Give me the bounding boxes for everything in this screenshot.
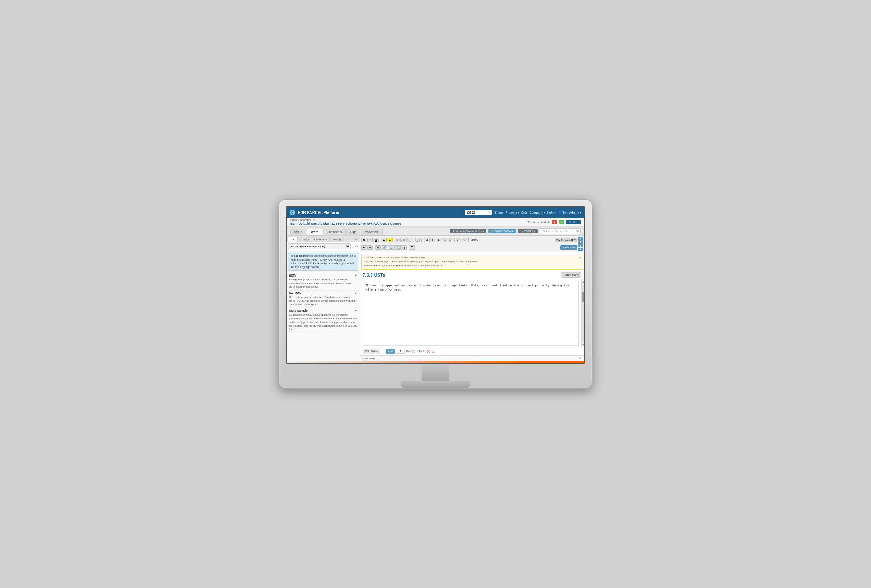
finalize-button[interactable]: Finalize bbox=[566, 220, 581, 224]
lib-item-header-no-usts[interactable]: No USTs ▼ bbox=[289, 292, 358, 295]
monitor-screen: C EDR PARCEL Platform ✕ Home Projects Bi… bbox=[286, 206, 585, 364]
outdent-button[interactable]: ⇤ bbox=[448, 238, 453, 242]
save-all-button[interactable]: Save All bbox=[560, 245, 577, 250]
list-item: USTs ▼ Evidence of [##] USTs was observe… bbox=[287, 273, 359, 290]
lib-item-header-usts-sample[interactable]: USTs Sample ▼ bbox=[289, 309, 358, 313]
highlight-button[interactable]: A bbox=[387, 238, 393, 242]
add-row-button[interactable]: Add bbox=[386, 349, 395, 353]
source-button[interactable]: { } bbox=[401, 245, 407, 250]
toolbar-row-2: ↩ ↪ ⊞ 🔗 ⚓ 🔍 { } ☰ Save All bbox=[361, 244, 583, 251]
scroll-up-button[interactable]: ▲ bbox=[578, 244, 583, 248]
scrollbar-down-icon[interactable]: ▼ bbox=[581, 343, 584, 347]
font-color-button[interactable]: A bbox=[381, 238, 387, 242]
anchor-button[interactable]: ⚓ bbox=[388, 245, 394, 250]
spellcheck-button[interactable]: Spellcheck All bbox=[555, 238, 577, 242]
scroll-down-button[interactable]: ▼ bbox=[578, 248, 583, 251]
tab-assemble[interactable]: Assemble bbox=[361, 229, 383, 235]
nav-bids[interactable]: Bids bbox=[521, 211, 527, 214]
add-row-section: Add Row(s) to Table ✕ ⊞ bbox=[386, 349, 435, 354]
instruction-text: To add language to your report, click on… bbox=[290, 254, 354, 269]
redo-button[interactable]: ↪ bbox=[462, 238, 467, 242]
toolbar-separator-6 bbox=[374, 245, 374, 250]
left-tab-history[interactable]: History bbox=[330, 237, 344, 242]
tab-write[interactable]: Write bbox=[307, 229, 322, 235]
summary-label: Summary bbox=[363, 357, 374, 360]
hint-box-close-icon[interactable]: – bbox=[579, 254, 581, 260]
cut-button[interactable]: ✂ bbox=[395, 238, 401, 242]
draft-red-button[interactable]: ● bbox=[552, 220, 557, 224]
toolbar-right-group: Spellcheck All ▲ ▼ bbox=[555, 236, 583, 244]
insert-field-button[interactable]: ☰ bbox=[409, 245, 415, 250]
redo2-button[interactable]: ↪ bbox=[367, 245, 373, 250]
summary-bar[interactable]: Summary ▼ bbox=[360, 355, 584, 361]
draft-green-button[interactable]: ● bbox=[559, 220, 564, 224]
tab-comments[interactable]: Comments bbox=[323, 229, 346, 235]
nav-home[interactable]: Home bbox=[495, 211, 503, 214]
edit-table-button[interactable]: Edit Table bbox=[363, 349, 380, 354]
lib-item-text-no-usts: No readily apparent evidence of undergro… bbox=[289, 296, 358, 307]
left-tab-toc[interactable]: ToC bbox=[288, 237, 298, 242]
toolbar-row-1: B I U A A ✂ ⎘ 📋 📋+ 🖼 bbox=[361, 236, 583, 244]
separator-pipe: | bbox=[383, 349, 383, 353]
row-label: Row(s) to Table bbox=[406, 350, 425, 353]
instruction-close-icon[interactable]: ✕ bbox=[354, 254, 356, 259]
toolbar-separator-7 bbox=[408, 245, 408, 250]
view-classic-label: View in Classic Mode bbox=[456, 230, 482, 233]
left-tab-library[interactable]: Library bbox=[298, 237, 311, 242]
row-count-input[interactable] bbox=[396, 349, 405, 353]
lib-item-header-usts[interactable]: USTs ▼ bbox=[289, 274, 358, 277]
tab-setup[interactable]: Setup bbox=[290, 229, 306, 235]
left-tab-comments[interactable]: Comments bbox=[312, 237, 330, 242]
scrollbar-thumb[interactable] bbox=[582, 292, 584, 302]
italic-button[interactable]: I bbox=[367, 238, 373, 242]
paste-special-button[interactable]: 📋+ bbox=[413, 238, 422, 242]
indent-button[interactable]: ⇥ bbox=[442, 238, 447, 242]
tools-button[interactable]: 🔧 TOOLS bbox=[518, 229, 537, 233]
copy-button[interactable]: ⎘ bbox=[401, 238, 407, 242]
accent-bar bbox=[287, 361, 584, 363]
library-select[interactable]: AAI/05 Beta Phase I Library bbox=[288, 244, 351, 250]
link-button[interactable]: 🔗 bbox=[381, 245, 388, 250]
breadcrumb-portfolio: DEMO PORTFOLIO bbox=[290, 219, 401, 222]
logo-icon: C bbox=[289, 210, 295, 215]
tab-sign[interactable]: Sign bbox=[346, 229, 360, 235]
bold-button[interactable]: B bbox=[361, 238, 367, 242]
summary-expand-icon[interactable]: ▼ bbox=[578, 357, 582, 360]
lib-item-title-usts: USTs bbox=[289, 274, 296, 277]
paste-button[interactable]: 📋 bbox=[407, 238, 413, 242]
library-items: USTs ▼ Evidence of [##] USTs was observe… bbox=[287, 272, 359, 361]
find-replace-button[interactable]: 🔍 bbox=[394, 245, 401, 250]
scrollbar-up-icon[interactable]: ▲ bbox=[581, 279, 584, 284]
app-title: EDR PARCEL Platform bbox=[298, 210, 339, 215]
lib-item-arrow-usts: ▼ bbox=[354, 274, 358, 277]
table-button[interactable]: ⊞ bbox=[375, 245, 381, 250]
nav-company[interactable]: Company bbox=[530, 211, 545, 214]
nav-search-box[interactable]: ✕ bbox=[465, 210, 492, 215]
undo2-button[interactable]: ↩ bbox=[361, 245, 367, 250]
undo-button[interactable]: ↩ bbox=[456, 238, 461, 242]
bullet-list-button[interactable]: ≡ bbox=[430, 238, 436, 242]
insert-image-button[interactable]: 🖼 bbox=[424, 238, 430, 242]
hint-line-3: Please refer to Default Language for nar… bbox=[364, 264, 580, 268]
nav-help[interactable]: Help bbox=[547, 211, 556, 214]
view-classic-button[interactable]: 👁 View in Classic Mode bbox=[450, 229, 486, 233]
nav-user[interactable]: 👤 Tom Adams ▾ bbox=[558, 211, 582, 214]
conclusions-button[interactable]: Conclusions bbox=[561, 272, 582, 278]
app-navbar: C EDR PARCEL Platform ✕ Home Projects Bi… bbox=[287, 207, 584, 218]
remove-row-icon[interactable]: ✕ bbox=[427, 349, 430, 354]
table-icon[interactable]: ⊞ bbox=[432, 349, 435, 353]
move-down-button[interactable]: ▼ bbox=[578, 240, 583, 244]
editor-textarea[interactable]: No readily apparent evidence of undergro… bbox=[363, 281, 579, 346]
quick-view-button[interactable]: ⚡ QUICK VIEW bbox=[488, 229, 516, 233]
search-input[interactable] bbox=[466, 211, 487, 214]
toolbar-separator-5 bbox=[468, 238, 468, 242]
underline-button[interactable]: U bbox=[373, 238, 379, 242]
monitor-stand-base bbox=[401, 381, 470, 388]
report-selector[interactable]: Select a Different Report bbox=[540, 228, 581, 234]
num-list-button[interactable]: ① bbox=[436, 238, 441, 242]
move-up-button[interactable]: ▲ bbox=[578, 236, 583, 240]
left-panel-close-button[interactable]: – bbox=[354, 236, 359, 242]
editor-wrapper: No readily apparent evidence of undergro… bbox=[360, 279, 584, 347]
nav-projects[interactable]: Projects bbox=[506, 211, 519, 214]
search-clear-icon[interactable]: ✕ bbox=[488, 211, 491, 214]
